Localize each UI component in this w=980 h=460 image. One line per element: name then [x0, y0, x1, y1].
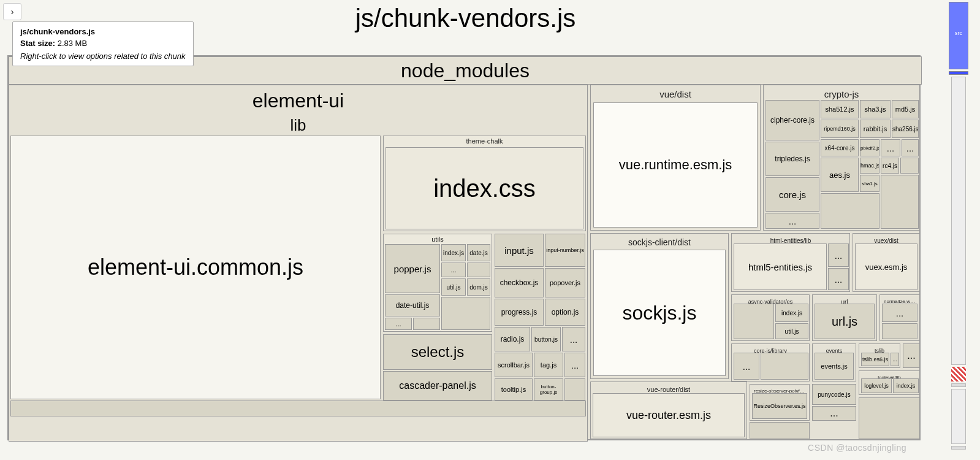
- url-group[interactable]: url url.js: [812, 294, 877, 341]
- cell-popper[interactable]: popper.js: [385, 244, 440, 293]
- cell-he-d1[interactable]: ...: [828, 243, 849, 267]
- cell-cascader[interactable]: cascader-panel.js: [383, 371, 492, 401]
- cell-index-js[interactable]: index.js: [441, 244, 466, 261]
- cell-crypto-d2[interactable]: ...: [902, 139, 919, 156]
- core-js-group[interactable]: core-js/library ...: [731, 343, 810, 381]
- cell-tripledes[interactable]: tripledes.js: [765, 142, 819, 176]
- normalize-wheel-group[interactable]: normalize-wheel ...: [879, 294, 920, 341]
- element-ui-group[interactable]: element-ui lib element-ui.common.js them…: [9, 85, 588, 442]
- async-validator-group[interactable]: async-validator/es index.js util.js: [731, 294, 810, 341]
- resize-observer-group[interactable]: resize-observer-polyfill/dist ResizeObse…: [750, 384, 810, 421]
- cell-html5-entities[interactable]: html5-entities.js: [734, 243, 827, 290]
- cell-bottom-strip[interactable]: [10, 401, 586, 416]
- cell-sha3[interactable]: sha3.js: [860, 100, 891, 118]
- cell-tooltip-js[interactable]: tooltip.js: [495, 378, 533, 401]
- cell-scrollbar[interactable]: scrollbar.js: [495, 353, 533, 377]
- sockjs-group[interactable]: sockjs-client/dist sockjs.js: [590, 233, 729, 379]
- cell-av-index[interactable]: index.js: [775, 304, 808, 322]
- sidebar-thumb-thin2[interactable]: [951, 446, 966, 450]
- sidebar-thumb-tall[interactable]: [951, 77, 966, 365]
- cell-element-ui-common[interactable]: element-ui.common.js: [10, 136, 381, 399]
- cell-date-js[interactable]: date.js: [467, 244, 490, 261]
- cell-input[interactable]: input.js: [495, 234, 544, 267]
- theme-chalk-group[interactable]: theme-chalk index.css: [383, 136, 586, 231]
- cell-tiny-bottom-grid[interactable]: [859, 397, 920, 439]
- cell-option[interactable]: option.js: [545, 299, 585, 326]
- cell-x64[interactable]: x64-core.js: [821, 139, 859, 156]
- cell-tslib-d[interactable]: ...: [891, 353, 899, 366]
- vuex-group[interactable]: vuex/dist vuex.esm.js: [853, 233, 920, 292]
- loglevel-group[interactable]: loglevel/lib loglevel.js index.js: [859, 370, 920, 395]
- cell-sha256[interactable]: sha256.js: [892, 120, 919, 138]
- cell-rc4[interactable]: rc4.js: [881, 158, 899, 174]
- cell-punycode[interactable]: punycode.js: [812, 384, 856, 405]
- cell-nw-d1[interactable]: ...: [882, 304, 917, 322]
- vue-dist-group[interactable]: vue/dist vue.runtime.esm.js: [590, 85, 761, 231]
- cell-core[interactable]: core.js: [765, 177, 819, 212]
- cell-tiny-2[interactable]: [467, 263, 490, 277]
- cell-url[interactable]: url.js: [815, 304, 875, 339]
- treemap[interactable]: node_modules element-ui lib element-ui.c…: [7, 55, 921, 440]
- cell-av-util[interactable]: util.js: [775, 323, 808, 339]
- sidebar-thumb-thin1[interactable]: [951, 383, 966, 387]
- cell-dots-2[interactable]: ...: [441, 263, 466, 277]
- vue-router-group[interactable]: vue-router/dist vue-router.esm.js: [590, 381, 747, 439]
- cell-crypto-dots[interactable]: ...: [765, 213, 819, 229]
- cell-button[interactable]: button.js: [531, 327, 561, 351]
- cell-cipher-core[interactable]: cipher-core.js: [765, 100, 819, 140]
- cell-index-css[interactable]: index.css: [386, 147, 583, 229]
- cell-progress[interactable]: progress.js: [495, 299, 544, 326]
- cell-rabbit[interactable]: rabbit.js: [860, 120, 891, 138]
- cell-resize-observer[interactable]: ResizeObserver.es.js: [752, 393, 807, 419]
- cell-he-d2[interactable]: ...: [828, 268, 849, 290]
- cell-pbkdf2[interactable]: pbkdf2.js: [860, 139, 879, 156]
- cell-av-grid[interactable]: [734, 304, 774, 339]
- cell-sockjs[interactable]: sockjs.js: [593, 250, 726, 376]
- cell-tiny-1[interactable]: [413, 318, 440, 330]
- html-entities-group[interactable]: html-entities/lib html5-entities.js ... …: [731, 233, 850, 292]
- cell-button-group[interactable]: button-group.js: [534, 378, 563, 401]
- tslib-group[interactable]: tslib tslib.es6.js ...: [859, 343, 900, 368]
- cell-crypto-d1[interactable]: ...: [881, 139, 900, 156]
- cell-ripemd[interactable]: ripemd160.js: [821, 120, 859, 138]
- cell-sha512[interactable]: sha512.js: [821, 100, 859, 118]
- cell-dots-1[interactable]: ...: [385, 318, 412, 330]
- cell-dom-js[interactable]: dom.js: [467, 278, 490, 296]
- cell-input-number[interactable]: input-number.js: [545, 234, 585, 267]
- crypto-group[interactable]: crypto-js cipher-core.js tripledes.js co…: [763, 85, 920, 231]
- cell-tiny-3[interactable]: [564, 378, 585, 401]
- cell-md5[interactable]: md5.js: [892, 100, 919, 118]
- cell-cj-d[interactable]: ...: [734, 353, 759, 380]
- cell-crypto-t1[interactable]: [900, 158, 919, 174]
- cell-tiny-grid-1[interactable]: [441, 297, 490, 330]
- cell-vuex[interactable]: vuex.esm.js: [855, 243, 917, 290]
- cell-loglevel[interactable]: loglevel.js: [861, 378, 892, 393]
- cell-vue-runtime[interactable]: vue.runtime.esm.js: [593, 102, 758, 228]
- utils-group[interactable]: utils popper.js date-util.js ... index.j…: [383, 234, 492, 332]
- cell-radio[interactable]: radio.js: [495, 327, 530, 351]
- sidebar-thumb-mid[interactable]: [951, 389, 966, 444]
- cell-misc-d[interactable]: ...: [903, 343, 920, 368]
- cell-select[interactable]: select.js: [383, 334, 492, 370]
- cell-util-js[interactable]: util.js: [441, 278, 466, 296]
- cell-tslib[interactable]: tslib.es6.js: [861, 353, 889, 366]
- sidebar-thumb-icon[interactable]: [951, 367, 966, 381]
- cell-crypto-grid2[interactable]: [821, 193, 879, 229]
- cell-nw-t1[interactable]: [882, 323, 917, 339]
- sidebar-toggle-button[interactable]: ›: [3, 3, 21, 20]
- sidebar-thumb-active[interactable]: src: [949, 2, 968, 69]
- lib-group[interactable]: lib element-ui.common.js theme-chalk ind…: [10, 112, 586, 440]
- cell-ro-bottom[interactable]: [750, 422, 810, 439]
- cell-hmac[interactable]: hmac.js: [860, 158, 879, 174]
- cell-tag[interactable]: tag.js: [534, 353, 563, 377]
- cell-checkbox[interactable]: checkbox.js: [495, 268, 544, 297]
- events-group[interactable]: events events.js: [812, 343, 856, 381]
- cell-crypto-grid[interactable]: [881, 175, 919, 229]
- cell-dots-bottom[interactable]: ...: [812, 406, 856, 421]
- cell-sha1[interactable]: sha1.js: [860, 175, 879, 192]
- cell-vue-router[interactable]: vue-router.esm.js: [593, 393, 745, 437]
- cell-dots-4[interactable]: ...: [564, 353, 585, 377]
- cell-dots-3[interactable]: ...: [562, 327, 585, 351]
- cell-date-util[interactable]: date-util.js: [385, 294, 440, 316]
- cell-events[interactable]: events.js: [815, 353, 854, 380]
